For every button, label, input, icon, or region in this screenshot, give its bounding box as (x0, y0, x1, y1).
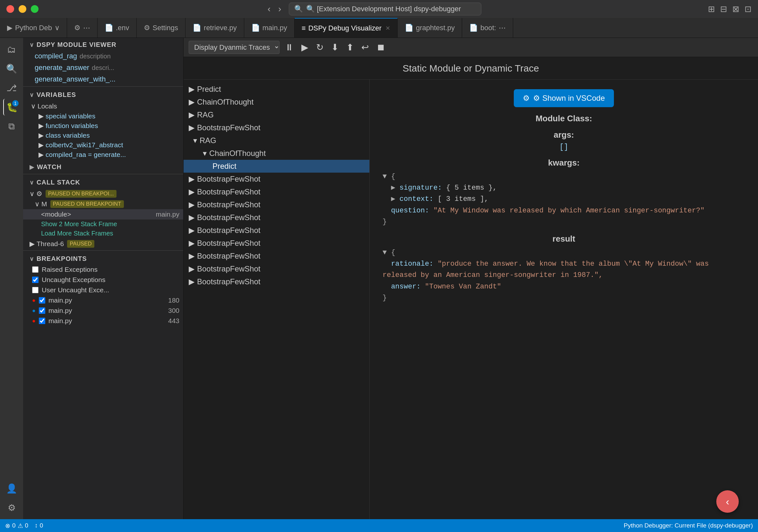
step-out-button[interactable]: ⬆ (344, 41, 356, 54)
layout-icon-4[interactable]: ⊡ (744, 4, 752, 14)
chevron-right-icon: ▶ (189, 123, 194, 132)
raised-exceptions-checkbox[interactable] (32, 266, 39, 273)
tree-item-bootstrapfewshot-7[interactable]: ▶ BootstrapFewShot (184, 237, 369, 249)
activity-explorer[interactable]: 🗂 (3, 41, 20, 58)
thread-header-1[interactable]: ∨ ⚙ PAUSED ON BREAKPOI... (23, 189, 183, 199)
restart-button[interactable]: ↻ (314, 41, 326, 54)
tree-item-predict-selected[interactable]: Predict (184, 160, 369, 173)
tree-item-bootstrapfewshot-6[interactable]: ▶ BootstrapFewShot (184, 224, 369, 237)
locals-header[interactable]: ∨ Locals (23, 101, 183, 111)
collapse-icon[interactable]: ▼ (383, 173, 387, 181)
tree-item-chainofthought[interactable]: ▶ ChainOfThought (184, 96, 369, 109)
var-colbert[interactable]: ▶ colbertv2_wiki17_abstract (23, 140, 183, 150)
context-expand-icon[interactable]: ▶ (391, 195, 395, 203)
panel-title: Static Module or Dynamic Trace (402, 63, 539, 74)
layout-icon-1[interactable]: ⊞ (708, 4, 715, 14)
maximize-button[interactable] (31, 5, 39, 13)
tab-main[interactable]: 📄 main.py (244, 18, 294, 38)
var-compiled[interactable]: ▶ compiled_raa = generate... (23, 150, 183, 159)
activity-git[interactable]: ⎇ (3, 80, 20, 96)
trace-dropdown[interactable]: Display Dyanmic Traces (189, 41, 280, 54)
tab-python-deb[interactable]: ▶ Python Deb ∨ (0, 18, 67, 38)
tab-more-icon[interactable]: ⋯ (499, 24, 506, 32)
status-errors[interactable]: ⊗ 0 ⚠ 0 (5, 522, 28, 529)
tree-item-rag-2[interactable]: ▾ RAG (184, 134, 369, 147)
tab-boot[interactable]: 📄 boot: ⋯ (462, 18, 513, 38)
call-stack-header[interactable]: ∨ CALL STACK (23, 176, 183, 188)
step-over-button[interactable]: ⬇ (328, 41, 341, 54)
stack-frame[interactable]: <module> main.py (23, 209, 183, 219)
status-info[interactable]: ↕ 0 (35, 522, 43, 529)
tree-item-bootstrapfewshot-8[interactable]: ▶ BootstrapFewShot (184, 249, 369, 262)
tab-graphtest[interactable]: 📄 graphtest.py (397, 18, 462, 38)
show-more-frames-link[interactable]: Show 2 More Stack Frame (23, 219, 183, 229)
back-button[interactable]: ‹ (265, 4, 273, 14)
result-collapse-icon[interactable]: ▼ (383, 249, 387, 257)
variables-header[interactable]: ∨ VARIABLES (23, 88, 183, 100)
tree-item-chainofthought-2[interactable]: ▾ ChainOfThought (184, 147, 369, 160)
minimize-button[interactable] (18, 5, 26, 13)
layout-icon-3[interactable]: ⊠ (732, 4, 740, 14)
activity-account[interactable]: 👤 (3, 480, 20, 497)
var-name: class variables (46, 132, 90, 139)
stop-button[interactable]: ⏹ (374, 41, 388, 54)
bp-main-180-checkbox[interactable] (39, 297, 45, 304)
pause-button[interactable]: ⏸ (282, 41, 296, 54)
args-label: args: (383, 130, 745, 140)
tree-item-bootstrapfewshot-10[interactable]: ▶ BootstrapFewShot (184, 275, 369, 288)
bp-uncaught-exceptions: Uncaught Exceptions (23, 275, 183, 285)
tree-item-bootstrapfewshot-4[interactable]: ▶ BootstrapFewShot (184, 198, 369, 211)
module-name: generate_answer (35, 64, 89, 72)
module-desc: descri... (92, 64, 114, 72)
module-item-compiled-rag[interactable]: compiled_rag description (23, 50, 183, 62)
module-item-generate-answer-with[interactable]: generate_answer_with_... (23, 74, 183, 85)
activity-extensions[interactable]: ⧉ (3, 118, 20, 135)
watch-header[interactable]: ▶ WATCH (23, 160, 183, 173)
tab-retrieve[interactable]: 📄 retrieve.py (186, 18, 244, 38)
tab-settings[interactable]: ⚙ Settings (137, 18, 186, 38)
continue-button[interactable]: ▶ (299, 41, 311, 54)
bp-main-300-checkbox[interactable] (39, 307, 45, 314)
bp-linenum: 180 (168, 296, 179, 304)
bp-main-443-checkbox[interactable] (39, 318, 45, 324)
tab-dspy-debug[interactable]: ≡ DSPy Debug Visualizer ✕ (294, 18, 397, 38)
var-class[interactable]: ▶ class variables (23, 131, 183, 140)
close-button[interactable] (6, 5, 14, 13)
activity-search[interactable]: 🔍 (3, 60, 20, 77)
var-function[interactable]: ▶ function variables (23, 121, 183, 131)
tab-gear[interactable]: ⚙ ⋯ (67, 18, 98, 38)
close-icon[interactable]: ✕ (385, 25, 390, 32)
load-more-frames-link[interactable]: Load More Stack Frames (23, 229, 183, 238)
module-item-generate-answer[interactable]: generate_answer descri... (23, 62, 183, 74)
scroll-left-button[interactable]: ‹ (716, 490, 739, 513)
settings-icon: ⚙ (144, 24, 150, 32)
bp-label: Raised Exceptions (42, 266, 98, 273)
bp-filename: main.py (49, 307, 72, 315)
var-special[interactable]: ▶ special variables (23, 111, 183, 121)
activity-debug[interactable]: 🐛 1 (3, 99, 20, 116)
thread-6-header[interactable]: ▶ Thread-6 PAUSED (23, 239, 183, 249)
nav-buttons: ‹ › (265, 4, 284, 14)
tree-item-bootstrapfewshot-5[interactable]: ▶ BootstrapFewShot (184, 211, 369, 224)
breakpoint-dot-red: ● (32, 318, 36, 324)
layout-icon-2[interactable]: ⊟ (720, 4, 727, 14)
module-viewer-header[interactable]: ∨ DSPY MODULE VIEWER (23, 38, 183, 50)
tree-item-bootstrapfewshot-9[interactable]: ▶ BootstrapFewShot (184, 262, 369, 275)
thread-subheader[interactable]: ∨ M PAUSED ON BREAKPOINT (23, 199, 183, 209)
activity-settings[interactable]: ⚙ (3, 499, 20, 516)
uncaught-exceptions-checkbox[interactable] (32, 277, 39, 283)
breakpoints-header[interactable]: ∨ BREAKPOINTS (23, 252, 183, 264)
tree-item-bootstrapfewshot-3[interactable]: ▶ BootstrapFewShot (184, 185, 369, 198)
breakpoint-dot-red: ● (32, 297, 36, 304)
user-uncaught-checkbox[interactable] (32, 287, 39, 293)
signature-expand-icon[interactable]: ▶ (391, 184, 395, 192)
tree-item-predict-1[interactable]: ▶ Predict (184, 83, 369, 96)
address-bar[interactable]: 🔍 🔍 [Extension Development Host] dspy-de… (289, 3, 481, 16)
tree-item-bootstrapfewshot-2[interactable]: ▶ BootstrapFewShot (184, 173, 369, 185)
step-back-button[interactable]: ↩ (359, 41, 371, 54)
tab-env[interactable]: 📄 .env (98, 18, 137, 38)
shown-in-vscode-button[interactable]: ⚙ ⚙ Shown in VSCode (514, 89, 614, 107)
tree-item-rag-1[interactable]: ▶ RAG (184, 109, 369, 121)
tree-item-bootstrapfewshot-1[interactable]: ▶ BootstrapFewShot (184, 121, 369, 134)
forward-button[interactable]: › (276, 4, 284, 14)
